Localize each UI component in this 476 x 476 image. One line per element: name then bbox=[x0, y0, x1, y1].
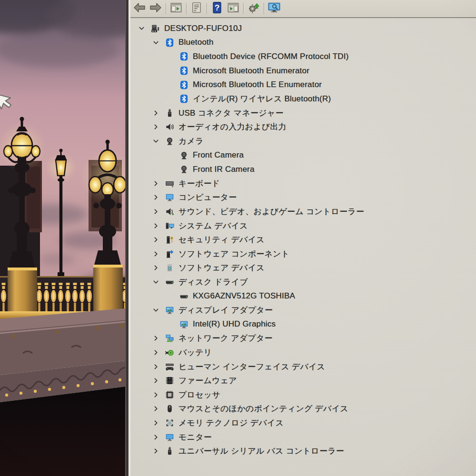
tree-item[interactable]: オーディオの入力および出力 bbox=[130, 120, 476, 134]
update-driver-icon bbox=[248, 1, 260, 16]
action-pane-button[interactable] bbox=[225, 1, 241, 16]
tree-item[interactable]: インテル(R) ワイヤレス Bluetooth(R) bbox=[130, 92, 476, 106]
tree-item[interactable]: USB コネクタ マネージャー bbox=[130, 106, 476, 120]
window-left-edge bbox=[125, 0, 129, 476]
computer-monitor-icon bbox=[165, 193, 174, 202]
tree-item[interactable]: コンピューター bbox=[130, 190, 476, 205]
chevron-collapsed-icon[interactable] bbox=[152, 404, 165, 414]
chevron-collapsed-icon[interactable] bbox=[152, 108, 165, 118]
chevron-collapsed-icon[interactable] bbox=[152, 418, 165, 427]
tree-item-label: Bluetooth Device (RFCOMM Protocol TDI) bbox=[193, 52, 349, 61]
tree-item[interactable]: Microsoft Bluetooth LE Enumerator bbox=[130, 78, 476, 92]
tree-item[interactable]: システム デバイス bbox=[130, 218, 476, 233]
monitor-icon bbox=[165, 432, 174, 442]
tree-item-label: セキュリティ デバイス bbox=[178, 234, 265, 245]
tree-item-label: ソフトウェア デバイス bbox=[178, 262, 265, 273]
chevron-spacer bbox=[167, 319, 179, 329]
chevron-collapsed-icon[interactable] bbox=[152, 122, 165, 132]
tree-item[interactable]: ディスク ドライブ bbox=[130, 275, 476, 289]
tree-item[interactable]: カメラ bbox=[130, 134, 476, 149]
chevron-collapsed-icon[interactable] bbox=[152, 376, 165, 386]
tree-item[interactable]: バッテリ bbox=[130, 346, 476, 360]
screen-photo: ? DESKTOP-FUFO10JBluetoothBluetooth Devi… bbox=[0, 0, 476, 476]
tree-item-label: Bluetooth bbox=[178, 38, 214, 47]
forward-button[interactable] bbox=[148, 1, 164, 16]
chevron-collapsed-icon[interactable] bbox=[152, 446, 165, 456]
chevron-collapsed-icon[interactable] bbox=[152, 362, 165, 371]
chevron-collapsed-icon[interactable] bbox=[152, 221, 165, 230]
chevron-expanded-icon[interactable] bbox=[152, 306, 165, 315]
properties-button[interactable] bbox=[188, 1, 205, 16]
toolbar-separator bbox=[186, 3, 187, 14]
tree-item-label: マウスとそのほかのポインティング デバイス bbox=[178, 403, 348, 414]
chevron-spacer bbox=[167, 94, 179, 104]
tree-item-label: システム デバイス bbox=[178, 220, 248, 231]
tree-item[interactable]: ファームウェア bbox=[130, 374, 476, 388]
help-icon: ? bbox=[211, 1, 223, 16]
chevron-spacer bbox=[167, 80, 179, 89]
update-driver-button[interactable] bbox=[246, 1, 262, 16]
tree-item-label: ソフトウェア コンポーネント bbox=[178, 248, 289, 259]
chevron-collapsed-icon[interactable] bbox=[152, 193, 165, 202]
tree-item[interactable]: ディスプレイ アダプター bbox=[130, 303, 476, 317]
bluetooth-icon bbox=[179, 52, 188, 61]
tree-item-label: オーディオの入力および出力 bbox=[178, 121, 287, 132]
bluetooth-icon bbox=[179, 80, 188, 89]
chevron-collapsed-icon[interactable] bbox=[152, 178, 165, 188]
tree-item[interactable]: Bluetooth Device (RFCOMM Protocol TDI) bbox=[130, 50, 476, 64]
tree-item[interactable]: セキュリティ デバイス bbox=[130, 233, 476, 247]
tree-item-label: Front IR Camera bbox=[193, 165, 255, 174]
tree-item[interactable]: プロセッサ bbox=[130, 387, 476, 402]
help-button[interactable]: ? bbox=[209, 1, 225, 16]
tree-item[interactable]: ソフトウェア デバイス bbox=[130, 261, 476, 275]
tree-item[interactable]: ヒューマン インターフェイス デバイス bbox=[130, 359, 476, 374]
chevron-expanded-icon[interactable] bbox=[152, 137, 165, 146]
tree-item[interactable]: モニター bbox=[130, 430, 476, 444]
chevron-collapsed-icon[interactable] bbox=[152, 432, 165, 442]
chevron-collapsed-icon[interactable] bbox=[152, 235, 165, 245]
audio-inputs-icon bbox=[165, 122, 174, 132]
chevron-collapsed-icon[interactable] bbox=[152, 334, 165, 343]
tree-item[interactable]: ソフトウェア コンポーネント bbox=[130, 247, 476, 261]
chevron-collapsed-icon[interactable] bbox=[152, 390, 165, 399]
chevron-expanded-icon[interactable] bbox=[152, 277, 165, 287]
tree-item[interactable]: マウスとそのほかのポインティング デバイス bbox=[130, 402, 476, 416]
action-pane-icon bbox=[227, 1, 239, 16]
network-adapter-icon bbox=[165, 334, 174, 343]
tree-item[interactable]: KXG6AZNV512G TOSHIBA bbox=[130, 289, 476, 303]
tree-item[interactable]: ネットワーク アダプター bbox=[130, 331, 476, 346]
battery-icon bbox=[165, 347, 174, 357]
back-button[interactable] bbox=[131, 1, 148, 16]
tree-item[interactable]: Intel(R) UHD Graphics bbox=[130, 317, 476, 331]
tree-item[interactable]: サウンド、ビデオ、およびゲーム コントローラー bbox=[130, 205, 476, 219]
arch-shadow bbox=[0, 387, 125, 476]
processor-icon bbox=[165, 390, 174, 399]
tree-item[interactable]: Front Camera bbox=[130, 148, 476, 162]
chevron-collapsed-icon[interactable] bbox=[152, 249, 165, 258]
chevron-expanded-icon[interactable] bbox=[152, 38, 165, 47]
chevron-spacer bbox=[167, 150, 179, 160]
tree-item[interactable]: Microsoft Bluetooth Enumerator bbox=[130, 64, 476, 78]
scan-hardware-button[interactable] bbox=[266, 1, 282, 16]
chevron-collapsed-icon[interactable] bbox=[152, 207, 165, 217]
tree-item-label: モニター bbox=[178, 432, 212, 443]
system-devices-icon bbox=[165, 221, 174, 230]
tree-item[interactable]: Bluetooth bbox=[130, 36, 476, 50]
tree-item-label: KXG6AZNV512G TOSHIBA bbox=[193, 291, 295, 301]
display-adapter-icon bbox=[179, 319, 188, 329]
console-tree-toggle-button[interactable] bbox=[168, 1, 184, 16]
chevron-collapsed-icon[interactable] bbox=[152, 347, 165, 357]
bridge-arch bbox=[0, 308, 125, 402]
tree-item[interactable]: キーボード bbox=[130, 177, 476, 191]
forward-arrow-icon bbox=[149, 1, 162, 16]
chevron-collapsed-icon[interactable] bbox=[152, 263, 165, 273]
camera-icon bbox=[179, 150, 188, 160]
tree-item[interactable]: ユニバーサル シリアル バス コントローラー bbox=[130, 444, 476, 458]
keyboard-icon bbox=[165, 178, 174, 188]
tree-item[interactable]: Front IR Camera bbox=[130, 162, 476, 177]
chevron-expanded-icon[interactable] bbox=[138, 24, 150, 33]
camera-icon bbox=[179, 165, 188, 174]
tree-item[interactable]: DESKTOP-FUFO10J bbox=[130, 21, 476, 36]
chevron-spacer bbox=[167, 291, 179, 301]
tree-item[interactable]: メモリ テクノロジ デバイス bbox=[130, 416, 476, 430]
